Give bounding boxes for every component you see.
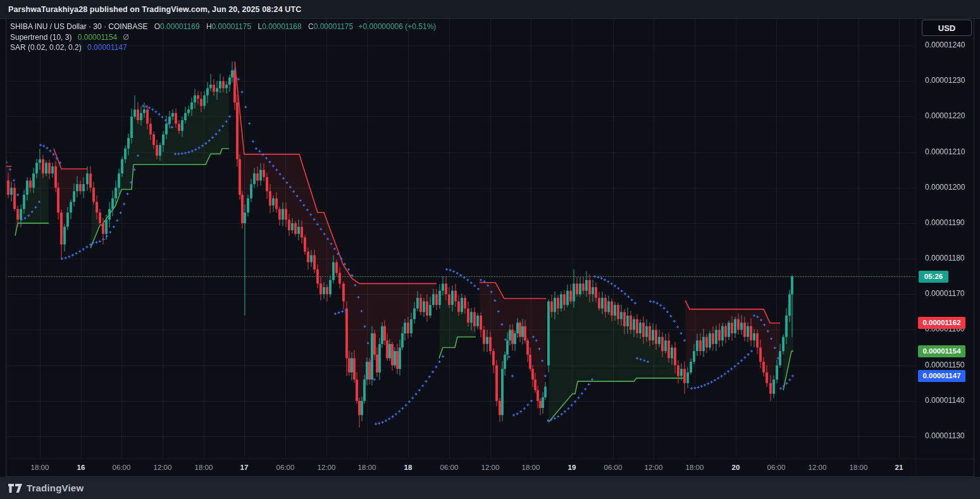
price-axis-label: 0.00001240 [925, 40, 965, 49]
symbol-title: SHIBA INU / US Dollar · 30 · COINBASE [10, 22, 147, 31]
price-axis-label: 0.00001190 [925, 218, 965, 227]
time-axis-label: 12:00 [154, 464, 172, 471]
high-label: H [206, 22, 212, 31]
footer-bar: TradingView [0, 477, 980, 499]
time-axis-label: 06:00 [440, 464, 459, 471]
time-axis-label: 06:00 [276, 464, 295, 471]
supertrend-value: 0.00001154 [78, 33, 118, 42]
supertrend-row[interactable]: Supertrend (10, 3) 0.00001154 Ø [10, 32, 436, 43]
time-axis-label: 18:00 [31, 464, 49, 471]
time-axis-label: 06:00 [113, 464, 131, 471]
time-axis-label: 12:00 [645, 464, 663, 471]
close-label: C [308, 22, 314, 31]
price-axis-label: 0.00001220 [925, 111, 965, 120]
price-axis-label: 0.00001130 [925, 431, 965, 440]
time-axis-label: 18:00 [686, 464, 704, 471]
chart-legend: SHIBA INU / US Dollar · 30 · COINBASE O0… [10, 22, 436, 53]
price-axis-separator [915, 18, 916, 477]
sar-name: SAR (0.02, 0.02, 0.2) [10, 43, 82, 52]
footer-brand-text[interactable]: TradingView [27, 483, 84, 493]
change-value: +0.00000006 (+0.51%) [359, 22, 437, 31]
time-axis-label: 19 [568, 464, 576, 471]
publisher-bar: ParshwaTurakhiya28 published on TradingV… [0, 0, 980, 19]
open-label: O [154, 22, 160, 31]
price-axis-label: 0.00001210 [925, 147, 965, 156]
symbol-row[interactable]: SHIBA INU / US Dollar · 30 · COINBASE O0… [10, 22, 436, 32]
low-value: 0.00001168 [262, 22, 302, 31]
time-axis-label: 12:00 [809, 464, 827, 471]
time-axis-label: 12:00 [481, 464, 500, 471]
time-axis-label: 06:00 [767, 464, 786, 471]
tradingview-logo-icon[interactable] [8, 484, 22, 493]
supertrend-nullset-icon: Ø [123, 33, 129, 42]
time-axis-label: 06:00 [604, 464, 623, 471]
currency-toggle-button[interactable]: USD [922, 20, 972, 36]
time-axis-label: 16 [77, 464, 85, 471]
close-value: 0.00001175 [314, 22, 354, 31]
time-axis-label: 20 [732, 464, 740, 471]
price-axis-label: 0.00001150 [925, 360, 965, 369]
sar-row[interactable]: SAR (0.02, 0.02, 0.2) 0.00001147 [10, 42, 436, 53]
supertrend-green-badge: 0.00001154 [918, 345, 965, 357]
countdown-badge: 05:26 [919, 271, 948, 283]
supertrend-name: Supertrend (10, 3) [10, 33, 71, 42]
time-axis-label: 18:00 [522, 464, 540, 471]
time-axis-label: 18:00 [195, 464, 213, 471]
sar-value: 0.00001147 [87, 43, 127, 52]
time-axis-label: 12:00 [318, 464, 336, 471]
publisher-text: ParshwaTurakhiya28 published on TradingV… [8, 5, 301, 14]
open-value: 0.00001169 [160, 22, 200, 31]
price-chart-canvas[interactable] [6, 18, 915, 459]
time-axis-separator [6, 459, 974, 459]
price-axis-label: 0.00001230 [925, 76, 965, 85]
time-axis-label: 18:00 [850, 464, 868, 471]
time-axis-label: 17 [240, 464, 249, 471]
high-value: 0.00001175 [212, 22, 252, 31]
tradingview-snapshot: ParshwaTurakhiya28 published on TradingV… [0, 0, 980, 499]
sar-value-badge: 0.00001147 [918, 370, 965, 382]
time-axis-label: 18:00 [358, 464, 376, 471]
time-axis-label: 21 [895, 464, 903, 471]
price-axis-label: 0.00001170 [925, 289, 965, 298]
time-axis-label: 18 [404, 464, 412, 471]
price-axis-label: 0.00001200 [925, 183, 965, 192]
price-axis-label: 0.00001180 [925, 254, 965, 262]
supertrend-red-badge: 0.00001162 [918, 317, 965, 329]
price-axis-label: 0.00001140 [925, 396, 965, 405]
